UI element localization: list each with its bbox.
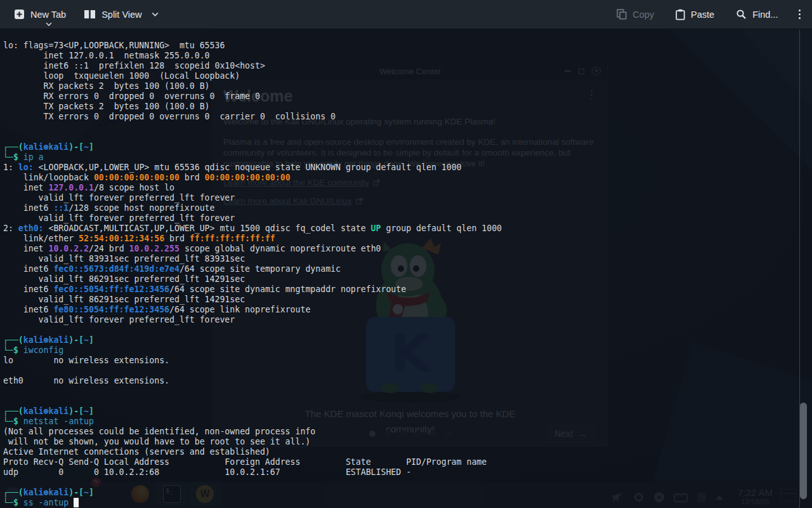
- terminal-line: loop txqueuelen 1000 (Local Loopback): [3, 71, 502, 81]
- copy-icon: [617, 9, 627, 20]
- terminal-line: ┌──(kali⊛kali)-[~]: [3, 406, 502, 417]
- copy-label: Copy: [632, 10, 654, 20]
- terminal-viewport[interactable]: lo: flags=73<UP,LOOPBACK,RUNNING> mtu 65…: [0, 29, 812, 508]
- terminal-line: [3, 325, 502, 335]
- terminal-line: valid_lft 86291sec preferred_lft 14291se…: [3, 295, 502, 305]
- terminal-line: 2: eth0: <BROADCAST,MULTICAST,UP,LOWER_U…: [3, 224, 502, 234]
- terminal-line: [3, 122, 502, 132]
- terminal-line: eth0 no wireless extensions.: [3, 376, 502, 386]
- terminal-line: valid_lft forever preferred_lft forever: [3, 213, 502, 224]
- terminal-line: will not be shown, you would have to be …: [3, 437, 502, 447]
- paste-label: Paste: [691, 10, 714, 20]
- search-icon: [736, 9, 747, 20]
- paste-icon: [676, 9, 685, 20]
- terminal-output: lo: flags=73<UP,LOOPBACK,RUNNING> mtu 65…: [3, 41, 502, 508]
- terminal-line: link/loopback 00:00:00:00:00:00 brd 00:0…: [3, 173, 502, 183]
- terminal-line: Active Internet connections (servers and…: [3, 447, 502, 457]
- terminal-line: link/ether 52:54:00:12:34:56 brd ff:ff:f…: [3, 234, 502, 244]
- terminal-line: [3, 478, 502, 488]
- split-view-icon: [84, 10, 96, 19]
- screen: Welcome Center ✕ Welcome ⋮ Welcome to th…: [0, 0, 812, 508]
- terminal-cursor: [74, 498, 79, 507]
- terminal-line: ┌──(kali⊛kali)-[~]: [3, 488, 502, 498]
- scrollbar-thumb[interactable]: [800, 403, 807, 499]
- terminal-line: inet6 ::1 prefixlen 128 scopeid 0x10<hos…: [3, 61, 502, 71]
- terminal-line: inet 127.0.0.1/8 scope host lo: [3, 183, 502, 193]
- new-tab-button[interactable]: New Tab: [10, 0, 70, 29]
- terminal-line: RX packets 2 bytes 100 (100.0 B): [3, 81, 502, 91]
- new-tab-icon: [14, 9, 25, 20]
- terminal-line: valid_lft forever preferred_lft forever: [3, 315, 502, 325]
- paste-button[interactable]: Paste: [672, 0, 718, 29]
- split-view-button[interactable]: Split View: [80, 0, 162, 29]
- chevron-down-icon: [152, 12, 159, 17]
- menu-kebab-icon[interactable]: [796, 10, 804, 20]
- terminal-line: TX errors 0 dropped 0 overruns 0 carrier…: [3, 112, 502, 122]
- terminal-line: └─$ iwconfig: [3, 345, 502, 356]
- terminal-line: TX packets 2 bytes 100 (100.0 B): [3, 102, 502, 112]
- terminal-line: (Not all processes could be identified, …: [3, 427, 502, 437]
- terminal-line: udp 0 0 10.0.2.2:68 10.0.2.1:67 ESTABLIS…: [3, 467, 502, 478]
- terminal-line: [3, 132, 502, 142]
- terminal-line: └─$ ip a: [3, 152, 502, 163]
- new-tab-label: New Tab: [30, 10, 66, 20]
- terminal-line: inet6 fec0::5673:d84f:419d:e7e4/64 scope…: [3, 264, 502, 274]
- terminal-line: valid_lft 83931sec preferred_lft 83931se…: [3, 254, 502, 264]
- chevron-down-icon: [46, 22, 52, 27]
- terminal-line: ┌──(kali⊛kali)-[~]: [3, 335, 502, 345]
- terminal-line: [3, 386, 502, 396]
- terminal-line: ┌──(kali⊛kali)-[~]: [3, 142, 502, 152]
- terminal-line: [3, 366, 502, 376]
- terminal-line: Proto Recv-Q Send-Q Local Address Foreig…: [3, 457, 502, 467]
- terminal-line: inet 10.0.2.2/24 brd 10.0.2.255 scope gl…: [3, 244, 502, 254]
- split-view-label: Split View: [102, 10, 141, 20]
- terminal-line: inet 127.0.0.1 netmask 255.0.0.0: [3, 51, 502, 61]
- terminal-line: inet6 fe80::5054:ff:fe12:3456/64 scope l…: [3, 305, 502, 315]
- terminal-line: lo no wireless extensions.: [3, 356, 502, 366]
- terminal-line: lo: flags=73<UP,LOOPBACK,RUNNING> mtu 65…: [3, 41, 502, 51]
- terminal-line: valid_lft 86291sec preferred_lft 14291se…: [3, 274, 502, 284]
- terminal-line: └─$ ss -antup: [3, 498, 502, 508]
- terminal-line: valid_lft forever preferred_lft forever: [3, 193, 502, 203]
- find-button[interactable]: Find...: [732, 0, 782, 29]
- terminal-line: RX errors 0 dropped 0 overruns 0 frame 0: [3, 91, 502, 102]
- terminal-line: └─$ netstat -antup: [3, 417, 502, 427]
- terminal-line: inet6 ::1/128 scope host noprefixroute: [3, 203, 502, 213]
- terminal-line: inet6 fec0::5054:ff:fe12:3456/64 scope s…: [3, 284, 502, 295]
- copy-button[interactable]: Copy: [613, 0, 658, 29]
- terminal-line: [3, 396, 502, 406]
- find-label: Find...: [752, 10, 778, 20]
- terminal-line: 1: lo: <LOOPBACK,UP,LOWER_UP> mtu 65536 …: [3, 163, 502, 173]
- terminal-toolbar: New Tab Split View: [0, 0, 812, 29]
